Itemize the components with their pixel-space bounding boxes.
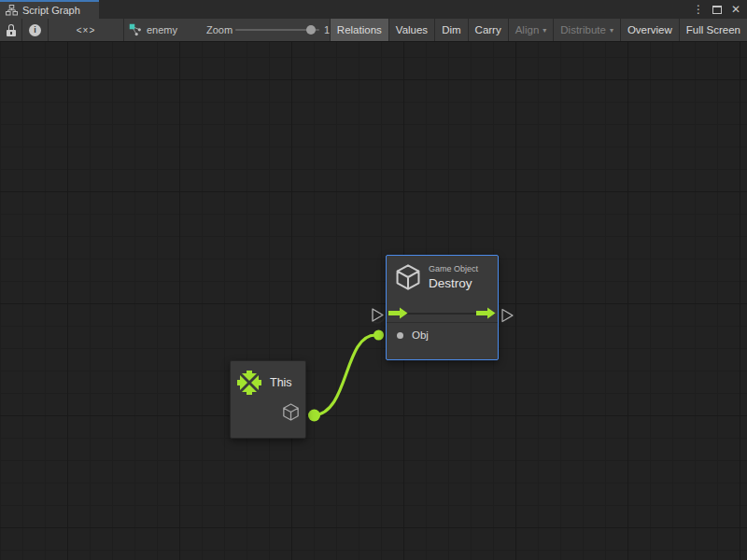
control-output-arrow-icon[interactable] [476,307,496,319]
graph-toolbar: i <×> enemy Zoom 1x Relations Values Dim… [0,19,747,42]
more-icon: ⋮ [693,3,704,16]
game-object-output-port[interactable] [283,403,299,421]
title-bar: Script Graph ⋮ ✕ [0,0,747,19]
tab-label: Script Graph [22,5,80,16]
more-button[interactable]: ⋮ [692,1,705,18]
lock-button[interactable] [0,19,22,41]
node-category: Game Object [429,264,478,273]
toolbar-button-relations[interactable]: Relations [330,19,388,41]
node-this[interactable]: This [230,360,306,439]
node-title: This [270,376,292,389]
close-icon: ✕ [731,3,740,16]
toolbar-buttons: Relations Values Dim Carry Align ▾ Distr… [330,19,747,41]
window-controls: ⋮ ✕ [692,0,747,19]
connection-cable[interactable] [314,335,375,415]
connections-overlay [0,42,747,560]
game-object-cube-icon [396,264,420,290]
node-destroy[interactable]: Game Object Destroy Obj [386,255,499,360]
connection-start-dot[interactable] [308,410,320,422]
toolbar-button-distribute[interactable]: Distribute ▾ [553,19,620,41]
port-label: Obj [412,329,429,341]
zoom-label: Zoom [206,19,233,41]
node-title: Destroy [429,276,478,290]
toolbar-button-align[interactable]: Align ▾ [508,19,554,41]
close-button[interactable]: ✕ [729,1,742,18]
this-self-icon [237,371,261,395]
maximize-icon [712,6,722,14]
zoom-slider[interactable] [235,29,319,31]
lock-icon [7,24,16,36]
code-view-button[interactable]: <×> [49,19,124,41]
toolbar-button-values[interactable]: Values [388,19,434,41]
breadcrumb-label: enemy [147,24,177,35]
code-icon: <×> [77,25,96,35]
node-destroy-header: Game Object Destroy [396,264,478,290]
info-button[interactable]: i [22,19,49,41]
connection-end-dot[interactable] [374,330,384,341]
toolbar-button-overview[interactable]: Overview [620,19,679,41]
script-graph-window: Script Graph ⋮ ✕ i <×> [0,0,747,560]
toolbar-button-fullscreen[interactable]: Full Screen [679,19,747,41]
port-dot-icon[interactable] [397,332,403,339]
node-divider [387,322,498,323]
graph-canvas[interactable]: Game Object Destroy Obj [0,42,747,560]
graph-hierarchy-icon [6,5,18,16]
chevron-down-icon: ▾ [543,26,546,35]
info-icon: i [29,24,41,36]
toolbar-button-dim[interactable]: Dim [434,19,467,41]
chevron-down-icon: ▾ [610,26,613,35]
control-input-port-triangle[interactable] [373,309,383,321]
maximize-button[interactable] [711,1,724,18]
zoom-slider-handle[interactable] [306,25,316,35]
graph-network-icon [129,23,142,36]
control-output-port-triangle[interactable] [502,310,513,322]
tab-script-graph[interactable]: Script Graph [0,0,99,19]
value-input-port[interactable]: Obj [397,329,429,341]
graph-breadcrumb[interactable]: enemy [129,19,177,41]
toolbar-button-carry[interactable]: Carry [468,19,508,41]
control-input-arrow-icon[interactable] [388,307,408,319]
